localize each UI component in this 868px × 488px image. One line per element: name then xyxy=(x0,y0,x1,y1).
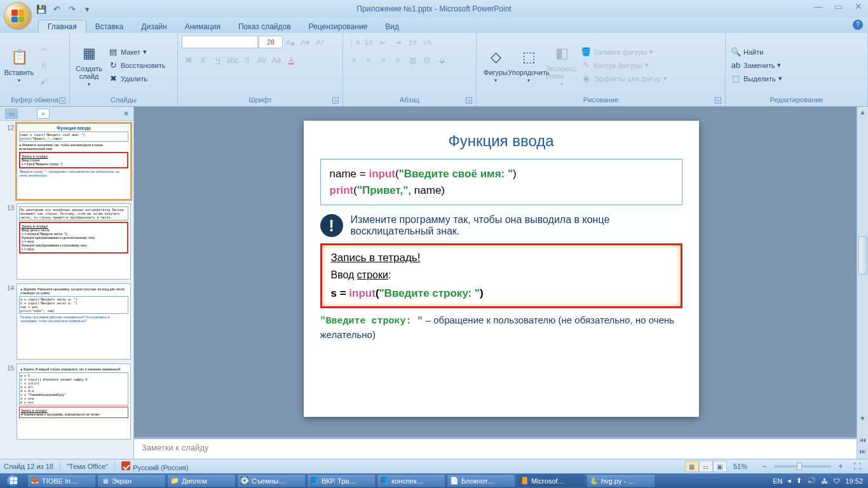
qat-save[interactable]: 💾 xyxy=(36,3,47,15)
task-item[interactable]: 🐍hvg.py - … xyxy=(587,474,655,487)
thumbnails-tab[interactable]: ▭ xyxy=(5,109,18,119)
slide-canvas[interactable]: Функция ввода name = input("Введите своё… xyxy=(304,121,699,417)
shadow-button[interactable]: S xyxy=(240,53,254,67)
task-item[interactable]: 🦊TIOBE In… xyxy=(27,474,96,487)
maximize-button[interactable]: ▭ xyxy=(832,1,844,11)
tab-home[interactable]: Главная xyxy=(38,20,86,33)
tray-update-icon[interactable]: ⬆ xyxy=(796,477,802,485)
align-text-button[interactable]: ⊟ xyxy=(420,53,434,67)
copy-button[interactable]: ⎘ xyxy=(37,58,51,72)
scroll-up[interactable]: ▲ xyxy=(857,107,868,118)
slide-thumb-12[interactable]: 12 Функция вводаname = input("Введите св… xyxy=(3,123,131,200)
font-color-button[interactable]: A xyxy=(284,53,298,67)
task-item[interactable]: 📁Диплом xyxy=(167,474,236,487)
case-button[interactable]: Aa xyxy=(269,53,283,67)
start-button[interactable] xyxy=(0,473,27,488)
indent-button[interactable]: ⇥ xyxy=(391,36,405,50)
font-launcher[interactable]: ↘ xyxy=(332,97,339,104)
clear-format-button[interactable]: Aᵡ xyxy=(313,36,327,50)
grow-font-button[interactable]: A▴ xyxy=(283,36,297,50)
tray-shield-icon[interactable]: 🛡 xyxy=(833,477,840,485)
shrink-font-button[interactable]: A▾ xyxy=(298,36,312,50)
bullets-button[interactable]: ⋮≡ xyxy=(347,36,361,50)
drawing-launcher[interactable]: ↘ xyxy=(715,97,721,104)
zoom-slider[interactable] xyxy=(774,465,831,468)
tab-view[interactable]: Вид xyxy=(376,20,408,33)
italic-button[interactable]: К xyxy=(196,53,210,67)
tab-animation[interactable]: Анимация xyxy=(176,20,229,33)
layout-button[interactable]: ▤Макет ▾ xyxy=(107,46,166,58)
qat-undo[interactable]: ↶ xyxy=(51,3,62,15)
outdent-button[interactable]: ⇤ xyxy=(376,36,390,50)
tray-lang[interactable]: EN xyxy=(773,477,782,485)
slideshow-view-button[interactable]: ▣ xyxy=(713,461,727,472)
paste-button[interactable]: 📋Вставить▾ xyxy=(4,36,34,95)
paragraph-launcher[interactable]: ↘ xyxy=(466,97,472,104)
task-item[interactable]: 📄Блокнот… xyxy=(447,474,515,487)
align-left-button[interactable]: ≡ xyxy=(347,53,361,67)
language-status[interactable]: Русский (Россия) xyxy=(121,461,188,471)
notes-pane[interactable]: Заметки к слайду xyxy=(134,437,868,459)
vertical-scrollbar[interactable]: ▲ ▼ ⏮ ⏭ xyxy=(857,107,868,459)
panel-close[interactable]: × xyxy=(124,109,128,118)
sorter-view-button[interactable]: ⚏ xyxy=(699,461,713,472)
task-item[interactable]: 📘ВКР. Тра… xyxy=(307,474,376,487)
tab-insert[interactable]: Вставка xyxy=(86,20,133,33)
fit-window-button[interactable]: ⛶ xyxy=(850,459,864,473)
cut-button[interactable]: ✂ xyxy=(37,43,51,57)
bold-button[interactable]: Ж xyxy=(182,53,196,67)
tray-network-icon[interactable]: 🖧 xyxy=(821,477,828,485)
underline-button[interactable]: Ч xyxy=(211,53,225,67)
next-slide-nav[interactable]: ⏭ xyxy=(857,447,868,459)
find-button[interactable]: 🔍Найти xyxy=(729,46,783,58)
quick-styles-button[interactable]: ◧Экспресс-стили▾ xyxy=(546,36,577,95)
new-slide-button[interactable]: ▦Создать слайд▾ xyxy=(74,36,104,95)
slide-thumb-13[interactable]: 13 По умолчанию все введённые данные инт… xyxy=(3,203,131,280)
justify-button[interactable]: ≡ xyxy=(391,53,405,67)
numbering-button[interactable]: 1≡ xyxy=(362,36,376,50)
align-right-button[interactable]: ≡ xyxy=(376,53,390,67)
columns-button[interactable]: ▥ xyxy=(405,53,419,67)
qat-more[interactable]: ▾ xyxy=(81,3,93,15)
tab-design[interactable]: Дизайн xyxy=(132,20,175,33)
office-button[interactable] xyxy=(4,2,32,30)
clipboard-launcher[interactable]: ↘ xyxy=(59,97,65,104)
format-painter-button[interactable]: 🖌 xyxy=(37,74,51,88)
align-center-button[interactable]: ≡ xyxy=(362,53,376,67)
font-family-select[interactable] xyxy=(182,36,258,48)
delete-button[interactable]: ✖Удалить xyxy=(107,73,166,85)
tray-volume-icon[interactable]: 🔊 xyxy=(807,477,816,485)
slide-thumb-14[interactable]: 14 ● Задание. Напишите программу, котора… xyxy=(3,283,131,360)
scroll-down[interactable]: ▼ xyxy=(857,413,868,424)
task-item[interactable]: 📘конспек… xyxy=(377,474,445,487)
tray-expand-icon[interactable]: ◂ xyxy=(787,477,791,485)
tab-slideshow[interactable]: Показ слайдов xyxy=(229,20,300,33)
smartart-button[interactable]: ⬙ xyxy=(435,53,449,67)
zoom-out-button[interactable]: − xyxy=(757,459,771,473)
shapes-button[interactable]: ◇Фигуры▾ xyxy=(480,36,511,95)
text-direction-button[interactable]: ↕A xyxy=(420,36,434,50)
zoom-percent[interactable]: 51% xyxy=(733,463,747,470)
normal-view-button[interactable]: ▦ xyxy=(685,461,699,472)
prev-slide-nav[interactable]: ⏮ xyxy=(857,436,868,447)
qat-redo[interactable]: ↷ xyxy=(66,3,78,15)
slide-thumb-15[interactable]: 15 ● Задача. В каждой строке определить … xyxy=(3,363,131,440)
spacing-button[interactable]: AV xyxy=(255,53,269,67)
tray-clock[interactable]: 19:52 xyxy=(845,477,863,485)
outline-tab[interactable]: ≡ xyxy=(37,109,50,119)
arrange-button[interactable]: ⬚Упорядочить▾ xyxy=(513,36,544,95)
shape-effects-button[interactable]: ◉Эффекты для фигур ▾ xyxy=(580,73,668,85)
slide-editor[interactable]: Функция ввода name = input("Введите своё… xyxy=(134,107,868,459)
reset-button[interactable]: ↻Восстановить xyxy=(107,60,166,71)
zoom-in-button[interactable]: + xyxy=(834,459,848,473)
minimize-button[interactable]: — xyxy=(812,1,824,11)
font-size-select[interactable]: 28 xyxy=(259,36,283,48)
strike-button[interactable]: abc xyxy=(226,53,240,67)
help-button[interactable]: ? xyxy=(853,20,863,30)
shape-outline-button[interactable]: ✎Контур фигуры ▾ xyxy=(580,60,668,71)
shape-fill-button[interactable]: 🪣Заливка фигуры ▾ xyxy=(580,46,668,58)
scroll-thumb[interactable] xyxy=(858,236,867,274)
task-item[interactable]: 🖥Экран xyxy=(97,474,166,487)
replace-button[interactable]: abЗаменить ▾ xyxy=(729,60,783,71)
close-button[interactable]: ✕ xyxy=(853,1,864,11)
